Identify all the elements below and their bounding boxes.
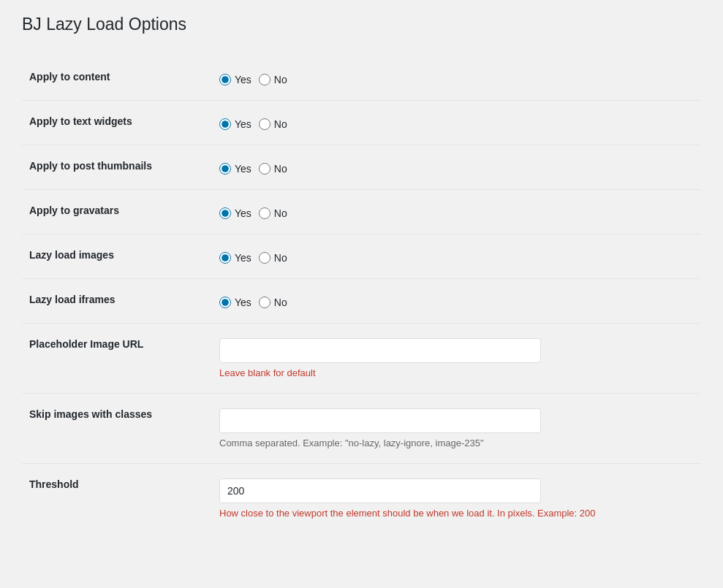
label-lazy-load-iframes: Lazy load iframes (22, 279, 212, 324)
radio-yes-label-apply-to-post-thumbnails[interactable]: Yes (219, 163, 251, 175)
radio-yes-text-lazy-load-iframes: Yes (235, 297, 251, 308)
text-input-placeholder-image-url[interactable] (219, 338, 541, 363)
radio-no-apply-to-text-widgets[interactable] (259, 118, 270, 130)
hint-placeholder-image-url: Leave blank for default (219, 367, 694, 378)
radio-no-label-apply-to-gravatars[interactable]: No (259, 207, 287, 219)
text-input-threshold[interactable] (219, 478, 541, 503)
radio-yes-apply-to-text-widgets[interactable] (219, 118, 231, 130)
radio-no-label-apply-to-content[interactable]: No (259, 74, 287, 85)
page-title: BJ Lazy Load Options (22, 15, 701, 42)
label-threshold: Threshold (22, 464, 212, 534)
row-apply-to-post-thumbnails: Apply to post thumbnailsYesNo (22, 145, 701, 190)
control-placeholder-image-url: Leave blank for default (212, 324, 701, 394)
radio-yes-lazy-load-images[interactable] (219, 252, 231, 264)
label-apply-to-content: Apply to content (22, 56, 212, 101)
radio-yes-text-apply-to-gravatars: Yes (235, 207, 251, 219)
radio-yes-text-lazy-load-images: Yes (235, 252, 251, 264)
label-placeholder-image-url: Placeholder Image URL (22, 324, 212, 394)
radio-no-lazy-load-iframes[interactable] (259, 297, 270, 308)
radio-no-apply-to-post-thumbnails[interactable] (259, 163, 270, 175)
radio-group-apply-to-text-widgets: YesNo (219, 115, 694, 130)
radio-group-apply-to-content: YesNo (219, 71, 694, 85)
radio-yes-apply-to-content[interactable] (219, 74, 231, 85)
control-apply-to-gravatars: YesNo (212, 190, 701, 234)
control-lazy-load-images: YesNo (212, 234, 701, 279)
row-lazy-load-iframes: Lazy load iframesYesNo (22, 279, 701, 324)
row-apply-to-content: Apply to contentYesNo (22, 56, 701, 101)
radio-no-text-lazy-load-images: No (274, 252, 287, 264)
radio-yes-apply-to-post-thumbnails[interactable] (219, 163, 231, 175)
radio-group-apply-to-post-thumbnails: YesNo (219, 160, 694, 175)
radio-group-apply-to-gravatars: YesNo (219, 205, 694, 219)
hint-skip-images-with-classes: Comma separated. Example: "no-lazy, lazy… (219, 438, 694, 448)
control-apply-to-content: YesNo (212, 56, 701, 101)
control-apply-to-post-thumbnails: YesNo (212, 145, 701, 190)
radio-no-apply-to-content[interactable] (259, 74, 270, 85)
row-placeholder-image-url: Placeholder Image URLLeave blank for def… (22, 324, 701, 394)
radio-yes-text-apply-to-content: Yes (235, 74, 251, 85)
row-skip-images-with-classes: Skip images with classesComma separated.… (22, 394, 701, 464)
radio-group-lazy-load-images: YesNo (219, 249, 694, 264)
label-apply-to-text-widgets: Apply to text widgets (22, 101, 212, 145)
radio-no-apply-to-gravatars[interactable] (259, 207, 270, 219)
row-apply-to-text-widgets: Apply to text widgetsYesNo (22, 101, 701, 145)
radio-yes-apply-to-gravatars[interactable] (219, 207, 231, 219)
radio-no-text-apply-to-text-widgets: No (274, 118, 287, 130)
radio-no-lazy-load-images[interactable] (259, 252, 270, 264)
control-apply-to-text-widgets: YesNo (212, 101, 701, 145)
radio-no-text-apply-to-post-thumbnails: No (274, 163, 287, 175)
label-lazy-load-images: Lazy load images (22, 234, 212, 279)
row-lazy-load-images: Lazy load imagesYesNo (22, 234, 701, 279)
radio-no-text-lazy-load-iframes: No (274, 297, 287, 308)
radio-group-lazy-load-iframes: YesNo (219, 294, 694, 308)
label-apply-to-gravatars: Apply to gravatars (22, 190, 212, 234)
control-lazy-load-iframes: YesNo (212, 279, 701, 324)
radio-yes-label-lazy-load-images[interactable]: Yes (219, 252, 251, 264)
hint-threshold: How close to the viewport the element sh… (219, 508, 694, 519)
row-threshold: ThresholdHow close to the viewport the e… (22, 464, 701, 534)
radio-no-text-apply-to-gravatars: No (274, 207, 287, 219)
radio-no-text-apply-to-content: No (274, 74, 287, 85)
control-skip-images-with-classes: Comma separated. Example: "no-lazy, lazy… (212, 394, 701, 464)
radio-no-label-apply-to-post-thumbnails[interactable]: No (259, 163, 287, 175)
options-table: Apply to contentYesNoApply to text widge… (22, 56, 701, 533)
row-apply-to-gravatars: Apply to gravatarsYesNo (22, 190, 701, 234)
label-skip-images-with-classes: Skip images with classes (22, 394, 212, 464)
radio-yes-label-lazy-load-iframes[interactable]: Yes (219, 297, 251, 308)
text-input-skip-images-with-classes[interactable] (219, 408, 541, 433)
radio-no-label-lazy-load-iframes[interactable]: No (259, 297, 287, 308)
radio-no-label-lazy-load-images[interactable]: No (259, 252, 287, 264)
radio-yes-text-apply-to-text-widgets: Yes (235, 118, 251, 130)
radio-yes-label-apply-to-content[interactable]: Yes (219, 74, 251, 85)
radio-yes-text-apply-to-post-thumbnails: Yes (235, 163, 251, 175)
label-apply-to-post-thumbnails: Apply to post thumbnails (22, 145, 212, 190)
radio-yes-label-apply-to-text-widgets[interactable]: Yes (219, 118, 251, 130)
radio-yes-lazy-load-iframes[interactable] (219, 297, 231, 308)
radio-yes-label-apply-to-gravatars[interactable]: Yes (219, 207, 251, 219)
control-threshold: How close to the viewport the element sh… (212, 464, 701, 534)
radio-no-label-apply-to-text-widgets[interactable]: No (259, 118, 287, 130)
